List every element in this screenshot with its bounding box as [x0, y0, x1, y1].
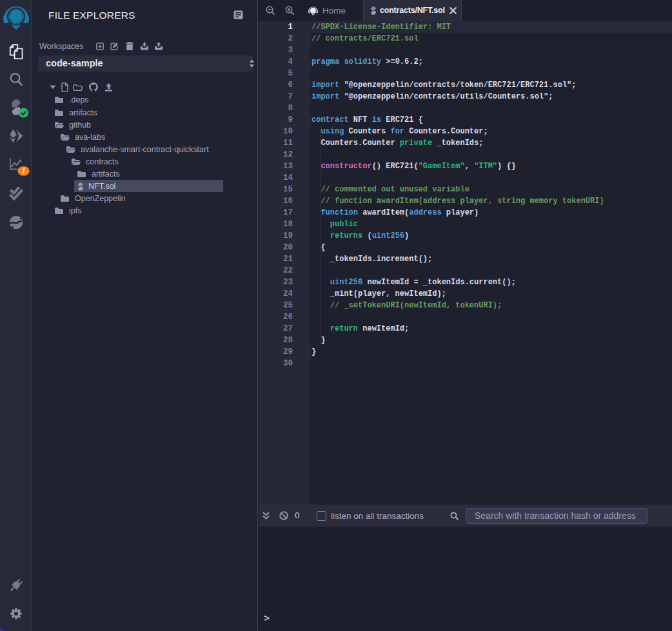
svg-text:1: 1 — [22, 167, 26, 175]
